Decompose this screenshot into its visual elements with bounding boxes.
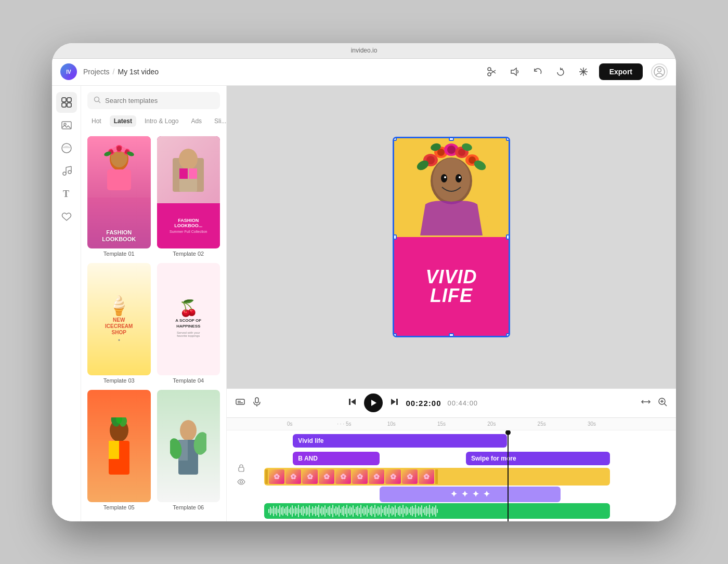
play-button[interactable] [364,394,383,412]
preview-bottom: VIVID LIFE [394,237,509,336]
tab-latest[interactable]: Latest [110,115,136,127]
tracks-list: Vivid life B AND Swipe for more [256,430,676,521]
ruler-15s: 15s [437,421,446,427]
scissors-tool[interactable] [485,64,499,79]
template-item-06[interactable]: Template 06 [157,390,220,510]
lock-icon[interactable] [237,464,245,474]
sidebar-templates[interactable] [56,92,77,113]
skip-forward-icon[interactable] [389,397,399,410]
clip-brand[interactable]: B AND [293,452,379,465]
svg-line-90 [664,403,667,406]
timeline-area: 0s · · · 5s 10s 15s 20s 25s 30s [227,417,676,521]
volume-tool[interactable] [508,64,522,79]
zoom-in-icon[interactable] [657,397,668,410]
template-05-label: Template 05 [87,504,151,510]
sidebar-effects[interactable] [56,138,77,159]
svg-text:T: T [63,189,69,199]
main-area: T [52,86,676,521]
mic-icon[interactable] [252,397,262,410]
preview-canvas[interactable]: VIVID LIFE [227,86,676,388]
handle-tr[interactable] [506,138,509,141]
track-vivid-life[interactable]: Vivid life [260,434,672,449]
video-preview: VIVID LIFE [394,138,509,336]
sidebar-media[interactable] [56,115,77,136]
sidebar-favorites[interactable] [56,206,77,227]
app-container: IV Projects / My 1st video [52,59,676,521]
pb-left [235,397,262,410]
preview-area: VIVID LIFE [227,86,676,521]
template-thumb-02: FASHIONLOOKBOO... Summer Full Collection [157,136,220,248]
template-01-text: FASHIONLOOKBOOK [102,229,136,243]
breadcrumb: Projects / My 1st video [83,68,159,76]
sidebar-text[interactable]: T [56,183,77,204]
ruler-25s: 25s [538,421,546,427]
track-video[interactable]: 🌸 🌸 🌸 🌸 🌸 🌸 🌸 🌸 [260,468,672,485]
magic-tool[interactable] [576,64,591,79]
template-item-05[interactable]: Template 05 [87,390,151,510]
clip-swipe[interactable]: Swipe for more [466,452,610,465]
template-03-label: Template 03 [87,377,151,384]
svg-line-25 [66,166,71,167]
handle-ml[interactable] [394,234,397,240]
export-button[interactable]: Export [599,63,643,80]
templates-grid: FASHIONLOOKBOOK Template 01 [81,132,226,515]
svg-point-43 [179,149,198,169]
handle-bm[interactable] [449,333,454,336]
clip-motion[interactable]: ✦ ✦ ✦ ✦ [380,487,561,502]
caption-icon[interactable] [235,397,245,410]
svg-point-61 [456,174,462,182]
app-logo[interactable]: IV [60,63,77,80]
svg-rect-84 [349,399,350,405]
waveform [266,504,608,518]
search-input-wrap[interactable] [87,92,220,109]
tab-intro[interactable]: Intro & Logo [140,115,183,127]
total-time: 00:44:00 [447,399,478,407]
template-03-text: NEWICECREAMSHOP [105,317,133,336]
search-input[interactable] [105,97,214,104]
template-thumb-01: FASHIONLOOKBOOK [87,136,151,248]
sidebar-music[interactable] [56,161,77,181]
template-06-label: Template 06 [157,504,220,510]
skip-back-icon[interactable] [347,397,358,410]
expand-icon[interactable] [641,397,651,410]
svg-point-62 [444,176,446,178]
svg-rect-81 [255,398,258,403]
svg-marker-86 [391,399,396,405]
template-item-01[interactable]: FASHIONLOOKBOOK Template 01 [87,136,151,257]
handle-tl[interactable] [394,138,397,141]
track-audio[interactable] [260,504,672,518]
svg-point-11 [582,71,584,73]
svg-marker-85 [371,400,376,406]
track-brand[interactable]: B AND Swipe for more [260,451,672,466]
device-frame: invideo.io IV Projects / [52,43,676,521]
template-item-03[interactable]: 🍦 NEWICECREAMSHOP ● Template 03 [87,263,151,384]
template-item-04[interactable]: 🍒 A SCOOP OFHAPPINESS Served with yourfa… [157,263,220,384]
clip-video[interactable]: 🌸 🌸 🌸 🌸 🌸 🌸 🌸 🌸 [264,468,610,486]
preview-text: VIVID LIFE [425,268,477,305]
undo-tool[interactable] [530,64,545,79]
eye-icon[interactable] [237,478,245,488]
handle-br[interactable] [506,333,509,336]
ruler-0s: 0s [287,421,293,427]
track-motion[interactable]: ✦ ✦ ✦ ✦ [260,487,672,502]
handle-mr[interactable] [506,234,509,240]
template-thumb-05 [87,390,151,502]
redo-tool[interactable] [553,64,568,79]
tab-hot[interactable]: Hot [87,115,106,127]
handle-bl[interactable] [394,333,397,336]
clip-audio[interactable] [264,503,610,519]
playhead-head [505,430,511,435]
ruler-marks: 0s · · · 5s 10s 15s 20s 25s 30s [287,417,645,430]
svg-marker-6 [511,68,516,75]
svg-rect-93 [239,467,244,471]
tab-ads[interactable]: Ads [187,115,206,127]
header: IV Projects / My 1st video [52,59,676,86]
tab-slides[interactable]: Sli... [210,115,226,127]
user-avatar[interactable] [651,63,668,80]
clip-vivid-life[interactable]: Vivid life [293,434,507,448]
template-item-02[interactable]: FASHIONLOOKBOO... Summer Full Collection… [157,136,220,257]
template-04-sub: Served with yourfavorite toppings [177,331,200,337]
breadcrumb-projects[interactable]: Projects [83,68,110,76]
svg-point-22 [68,170,71,174]
template-02-text: FASHIONLOOKBOO... [174,218,202,229]
